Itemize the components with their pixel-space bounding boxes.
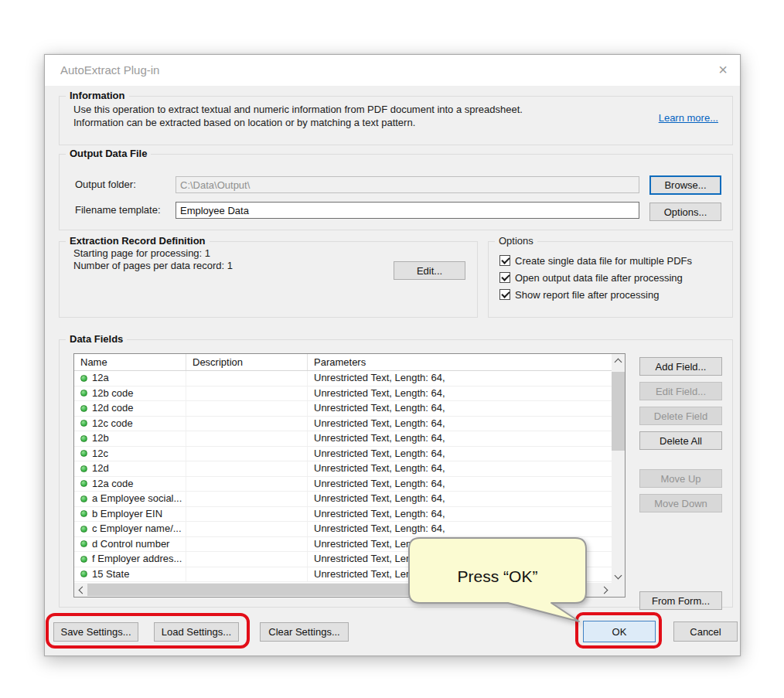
browse-button[interactable]: Browse... [649, 175, 721, 195]
add-field-button[interactable]: Add Field... [639, 357, 722, 376]
information-heading: Information [66, 90, 129, 101]
output-data-file-heading: Output Data File [66, 148, 151, 159]
option-checkbox-row[interactable]: Create single data file for multiple PDF… [499, 252, 692, 269]
field-name: 12b [92, 431, 109, 446]
field-name-cell: c Employer name/... [74, 522, 186, 536]
option-checkbox-row[interactable]: Open output data file after processing [499, 269, 692, 286]
field-description-cell [186, 567, 308, 582]
table-row[interactable]: 12d codeUnrestricted Text, Length: 64, [74, 401, 613, 417]
field-status-icon [80, 465, 87, 472]
column-header-name[interactable]: Name [74, 354, 186, 370]
vertical-scrollbar-thumb[interactable] [612, 372, 625, 451]
column-header-parameters[interactable]: Parameters [308, 354, 613, 370]
table-row[interactable]: 12a codeUnrestricted Text, Length: 64, [74, 477, 613, 492]
field-description-cell [186, 461, 308, 476]
edit-button[interactable]: Edit... [394, 261, 465, 280]
checkbox-label: Open output data file after processing [515, 272, 683, 284]
move-down-button[interactable]: Move Down [639, 494, 722, 512]
field-status-icon [80, 510, 87, 517]
field-name: 12c [92, 447, 108, 461]
delete-all-button[interactable]: Delete All [639, 431, 722, 450]
field-name-cell: a Employee social... [74, 492, 186, 506]
chevron-left-icon [78, 586, 86, 594]
extraction-record-heading: Extraction Record Definition [66, 235, 210, 247]
save-settings-button[interactable]: Save Settings... [53, 622, 138, 642]
table-header[interactable]: Name Description Parameters [74, 354, 613, 371]
field-name: 15 State [92, 567, 129, 582]
clear-settings-button[interactable]: Clear Settings... [260, 622, 349, 642]
field-parameters-cell: Unrestricted Text, Length: 64, [308, 461, 613, 476]
field-status-icon [80, 526, 87, 533]
field-description-cell [186, 507, 308, 522]
title-bar[interactable]: AutoExtract Plug-in × [45, 55, 740, 86]
information-line2: Information can be extracted based on lo… [73, 117, 415, 128]
field-name-cell: 15 State [74, 567, 186, 582]
table-row[interactable]: b Employer EINUnrestricted Text, Length:… [74, 507, 613, 523]
field-description-cell [186, 552, 308, 567]
delete-field-button[interactable]: Delete Field [639, 407, 722, 425]
pages-per-record-text: Number of pages per data record: 1 [73, 260, 233, 271]
scroll-left-button[interactable] [74, 583, 87, 597]
filename-template-field[interactable]: Employee Data [176, 202, 639, 219]
field-status-icon [80, 390, 87, 397]
option-checkbox-row[interactable]: Show report file after processing [499, 286, 692, 303]
field-name: 12c code [92, 417, 133, 431]
options-button[interactable]: Options... [649, 203, 721, 221]
field-parameters-cell: Unrestricted Text, Length: 64, [308, 386, 613, 401]
field-name-cell: 12d [74, 461, 186, 476]
field-status-icon [80, 420, 87, 427]
checkbox-label: Show report file after processing [515, 289, 659, 301]
field-description-cell [186, 371, 308, 386]
field-status-icon [80, 495, 87, 502]
field-status-icon [80, 450, 87, 457]
load-settings-button[interactable]: Load Settings... [154, 622, 239, 642]
field-description-cell [186, 477, 308, 492]
field-name-cell: 12a code [74, 477, 186, 492]
screenshot-canvas: AutoExtract Plug-in × Information Use th… [0, 0, 784, 698]
options-group: Options Create single data file for mult… [488, 241, 733, 318]
output-folder-label: Output folder: [75, 179, 136, 190]
field-description-cell [186, 447, 308, 461]
field-status-icon [80, 540, 87, 547]
scroll-up-button[interactable] [612, 354, 625, 367]
field-name: 12d code [92, 401, 134, 416]
field-description-cell [186, 537, 308, 552]
checkbox-icon[interactable] [499, 289, 510, 300]
field-name-cell: 12b [74, 431, 186, 446]
table-row[interactable]: 12bUnrestricted Text, Length: 64, [74, 431, 613, 447]
options-checkboxes: Create single data file for multiple PDF… [499, 252, 692, 303]
field-parameters-cell: Unrestricted Text, Length: 64, [308, 477, 613, 492]
edit-field-button[interactable]: Edit Field... [639, 382, 722, 400]
table-row[interactable]: 12dUnrestricted Text, Length: 64, [74, 461, 613, 477]
output-folder-field: C:\Data\Output\ [176, 176, 639, 193]
table-row[interactable]: a Employee social...Unrestricted Text, L… [74, 492, 613, 507]
move-up-button[interactable]: Move Up [639, 469, 722, 488]
checkbox-icon[interactable] [499, 272, 510, 283]
cancel-button[interactable]: Cancel [673, 621, 738, 642]
table-row[interactable]: 12cUnrestricted Text, Length: 64, [74, 447, 613, 462]
table-row[interactable]: 12b codeUnrestricted Text, Length: 64, [74, 386, 613, 402]
field-status-icon [80, 480, 87, 487]
vertical-scrollbar[interactable] [612, 354, 625, 583]
field-description-cell [186, 522, 308, 536]
close-icon[interactable]: × [718, 62, 728, 77]
learn-more-link[interactable]: Learn more... [659, 112, 718, 124]
field-name: b Employer EIN [92, 507, 162, 522]
starting-page-text: Starting page for processing: 1 [73, 247, 210, 259]
checkbox-icon[interactable] [499, 255, 510, 266]
field-status-icon [80, 435, 87, 442]
from-form-button[interactable]: From Form... [639, 591, 722, 610]
field-name: d Control number [92, 537, 169, 552]
field-parameters-cell: Unrestricted Text, Length: 64, [308, 447, 613, 461]
chevron-down-icon [615, 571, 622, 579]
dialog-title: AutoExtract Plug-in [60, 55, 159, 86]
table-row[interactable]: 12c codeUnrestricted Text, Length: 64, [74, 417, 613, 432]
column-header-description[interactable]: Description [186, 354, 308, 370]
table-row[interactable]: 12aUnrestricted Text, Length: 64, [74, 371, 613, 386]
field-name-cell: 12c code [74, 417, 186, 431]
field-name: 12b code [92, 386, 134, 401]
field-name: a Employee social... [92, 492, 182, 506]
field-name-cell: f Employer addres... [74, 552, 186, 567]
extraction-record-group: Extraction Record Definition Starting pa… [59, 241, 478, 318]
scroll-down-button[interactable] [612, 570, 625, 583]
